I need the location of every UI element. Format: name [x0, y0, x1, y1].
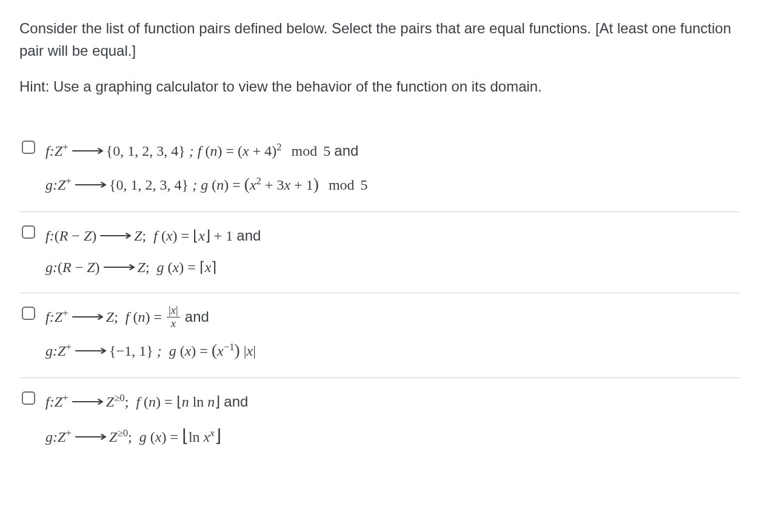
option-checkbox-1[interactable]	[22, 141, 35, 154]
option-body-2: f:(R − Z) ⟶ Z; f (x) = ⌊x⌋ + 1 and g:(R …	[45, 222, 261, 282]
option-1-g: g:Z+ ⟶ {0, 1, 2, 3, 4} ; g (n) = (x2 + 3…	[45, 177, 368, 193]
option-3-f: f:Z+ ⟶ Z; f (n) = |x|x and	[45, 309, 209, 325]
option-row-1: f:Z+ ⟶ {0, 1, 2, 3, 4} ; f (n) = (x + 4)…	[19, 127, 740, 212]
option-checkbox-4[interactable]	[22, 391, 35, 405]
option-2-f: f:(R − Z) ⟶ Z; f (x) = ⌊x⌋ + 1 and	[45, 228, 261, 244]
option-4-g: g:Z+ ⟶ Z≥0; g (x) = ⌊ln xx⌋	[45, 429, 221, 445]
options-list: f:Z+ ⟶ {0, 1, 2, 3, 4} ; f (n) = (x + 4)…	[19, 127, 740, 464]
option-checkbox-2[interactable]	[22, 225, 35, 239]
question-hint: Hint: Use a graphing calculator to view …	[19, 75, 740, 98]
option-4-f: f:Z+ ⟶ Z≥0; f (n) = ⌊n ln n⌋ and	[45, 394, 248, 410]
option-body-1: f:Z+ ⟶ {0, 1, 2, 3, 4} ; f (n) = (x + 4)…	[45, 137, 368, 201]
question-prompt: Consider the list of function pairs defi…	[19, 17, 740, 62]
option-body-3: f:Z+ ⟶ Z; f (n) = |x|x and g:Z+ ⟶ {−1, 1…	[45, 303, 256, 367]
option-row-4: f:Z+ ⟶ Z≥0; f (n) = ⌊n ln n⌋ and g:Z+ ⟶ …	[19, 378, 740, 464]
option-checkbox-3[interactable]	[22, 307, 35, 320]
option-body-4: f:Z+ ⟶ Z≥0; f (n) = ⌊n ln n⌋ and g:Z+ ⟶ …	[45, 388, 248, 453]
option-3-g: g:Z+ ⟶ {−1, 1} ; g (x) = (x−1) |x|	[45, 343, 256, 359]
option-2-g: g:(R − Z) ⟶ Z; g (x) = ⌈x⌉	[45, 259, 216, 275]
option-1-f: f:Z+ ⟶ {0, 1, 2, 3, 4} ; f (n) = (x + 4)…	[45, 143, 358, 159]
option-row-2: f:(R − Z) ⟶ Z; f (x) = ⌊x⌋ + 1 and g:(R …	[19, 212, 740, 293]
option-row-3: f:Z+ ⟶ Z; f (n) = |x|x and g:Z+ ⟶ {−1, 1…	[19, 293, 740, 378]
